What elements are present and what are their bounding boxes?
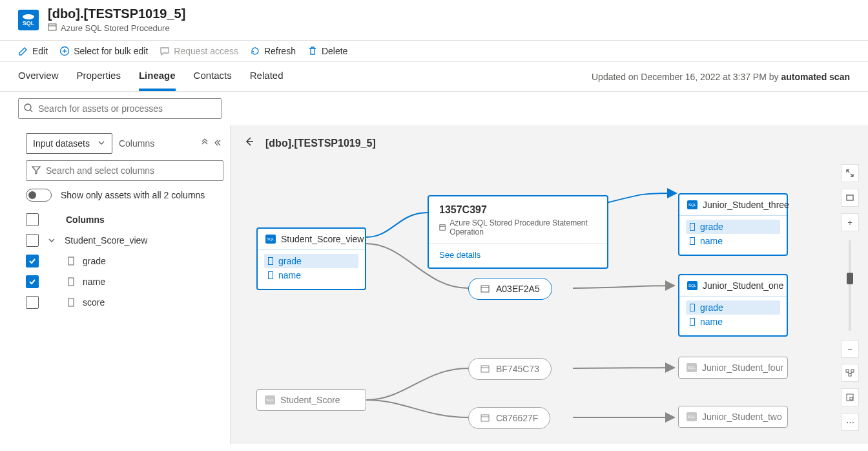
fullscreen-button[interactable] [841, 164, 859, 182]
operation-pill-bf7[interactable]: BF745C73 [468, 358, 552, 380]
operation-pill-a03[interactable]: A03EF2A5 [468, 278, 552, 300]
field-name[interactable]: name [264, 268, 358, 282]
input-datasets-dropdown[interactable]: Input datasets [26, 133, 112, 154]
svg-rect-26 [851, 370, 854, 372]
tab-properties[interactable]: Properties [77, 62, 121, 91]
operation-node[interactable]: 1357C397 Azure SQL Stored Procedure Stat… [428, 195, 608, 269]
show-only-toggle[interactable] [26, 189, 52, 202]
svg-rect-11 [269, 272, 273, 279]
column-name: name [83, 277, 105, 287]
comment-icon [160, 46, 170, 56]
tab-related[interactable]: Related [250, 62, 284, 91]
svg-rect-19 [690, 319, 695, 326]
dataset-name: Student_Score_view [65, 235, 147, 246]
refresh-icon [250, 46, 260, 56]
back-arrow-icon[interactable] [243, 136, 255, 151]
node-student-score-view[interactable]: SQL Student_Score_view grade name [256, 227, 366, 290]
search-input[interactable] [18, 98, 222, 119]
database-icon: SQL [265, 395, 275, 404]
page-header: SQL [dbo].[TESTSP1019_5] Azure SQL Store… [0, 0, 868, 41]
collapse-up-icon[interactable] [200, 138, 209, 149]
column-grade: grade [83, 256, 106, 266]
zoom-controls: + − [841, 164, 859, 358]
collapse-left-icon[interactable] [214, 138, 223, 149]
search-row [0, 92, 868, 125]
node-junior-student-three[interactable]: SQL Junior_Student_three grade name [678, 193, 788, 256]
node-junior-student-four[interactable]: SQL Junior_Student_four [678, 357, 788, 379]
page-title: [dbo].[TESTSP1019_5] [48, 6, 185, 21]
field-grade[interactable]: grade [686, 300, 780, 315]
select-all-checkbox[interactable] [26, 213, 39, 226]
columns-label: Columns [119, 138, 154, 149]
svg-point-5 [25, 104, 31, 110]
more-button[interactable]: ⋯ [841, 413, 859, 431]
tab-contacts[interactable]: Contacts [194, 62, 232, 91]
column-search-input[interactable] [26, 160, 223, 181]
column-list: Columns Student_Score_view grade [26, 209, 223, 313]
score-checkbox[interactable] [26, 296, 39, 309]
svg-rect-31 [850, 397, 852, 400]
layout-button[interactable] [841, 364, 859, 382]
svg-line-6 [30, 110, 32, 112]
field-grade[interactable]: grade [264, 254, 358, 268]
svg-rect-15 [690, 238, 695, 245]
search-icon [23, 103, 34, 115]
operation-pill-c87[interactable]: C876627F [468, 407, 550, 429]
node-student-score[interactable]: SQL Student_Score [256, 389, 366, 411]
column-icon [66, 257, 76, 266]
database-icon: SQL [265, 235, 276, 244]
pencil-icon [18, 46, 28, 56]
svg-rect-0 [48, 24, 56, 30]
tabs-row: Overview Properties Lineage Contacts Rel… [0, 62, 868, 92]
canvas-title: [dbo].[TESTSP1019_5] [265, 138, 376, 149]
toggle-label: Show only assets with all 2 columns [61, 190, 205, 200]
svg-rect-14 [690, 224, 695, 231]
columns-header: Columns [66, 215, 105, 225]
tab-lineage[interactable]: Lineage [139, 62, 176, 91]
minimap-button[interactable] [841, 388, 859, 406]
dataset-checkbox[interactable] [26, 234, 39, 247]
refresh-button[interactable]: Refresh [250, 46, 296, 56]
node-junior-student-two[interactable]: SQL Junior_Student_two [678, 406, 788, 428]
svg-rect-22 [481, 415, 489, 421]
lineage-canvas[interactable]: [dbo].[TESTSP1019_5] [231, 125, 868, 444]
trash-icon [307, 46, 318, 56]
filter-icon [31, 165, 41, 177]
zoom-in-button[interactable]: + [841, 213, 859, 231]
see-details-link[interactable]: See details [439, 250, 597, 260]
main: Input datasets Columns [0, 125, 868, 444]
node-junior-student-one[interactable]: SQL Junior_Student_one grade name [678, 274, 788, 337]
database-icon: SQL [687, 412, 697, 421]
column-icon [66, 277, 76, 286]
svg-rect-25 [846, 370, 849, 372]
grade-checkbox[interactable] [26, 255, 39, 267]
page-subtitle: Azure SQL Stored Procedure [48, 23, 185, 34]
svg-rect-24 [847, 195, 853, 200]
svg-rect-27 [849, 373, 851, 376]
updated-timestamp: Updated on December 16, 2022 at 3:37 PM … [592, 72, 850, 82]
sidebar: Input datasets Columns [0, 125, 231, 444]
name-checkbox[interactable] [26, 275, 39, 288]
tab-overview[interactable]: Overview [18, 62, 59, 91]
toolbar: Edit Select for bulk edit Request access… [0, 41, 868, 62]
svg-rect-9 [68, 299, 74, 306]
field-name[interactable]: name [686, 234, 780, 248]
zoom-slider[interactable] [849, 240, 851, 331]
svg-rect-10 [269, 258, 273, 265]
svg-rect-12 [440, 225, 445, 230]
column-icon [66, 298, 76, 307]
field-name[interactable]: name [686, 315, 780, 329]
field-grade[interactable]: grade [686, 220, 780, 234]
sql-icon: SQL [18, 10, 39, 30]
svg-rect-16 [481, 286, 489, 292]
request-access-button: Request access [160, 46, 238, 56]
database-icon: SQL [687, 281, 698, 290]
chevron-down-icon[interactable] [45, 236, 58, 244]
fit-button[interactable] [841, 189, 859, 207]
select-bulk-button[interactable]: Select for bulk edit [59, 46, 148, 56]
plus-circle-icon [59, 46, 70, 56]
column-score: score [83, 297, 105, 308]
delete-button[interactable]: Delete [307, 46, 347, 56]
edit-button[interactable]: Edit [18, 46, 48, 56]
zoom-out-button[interactable]: − [841, 340, 859, 358]
